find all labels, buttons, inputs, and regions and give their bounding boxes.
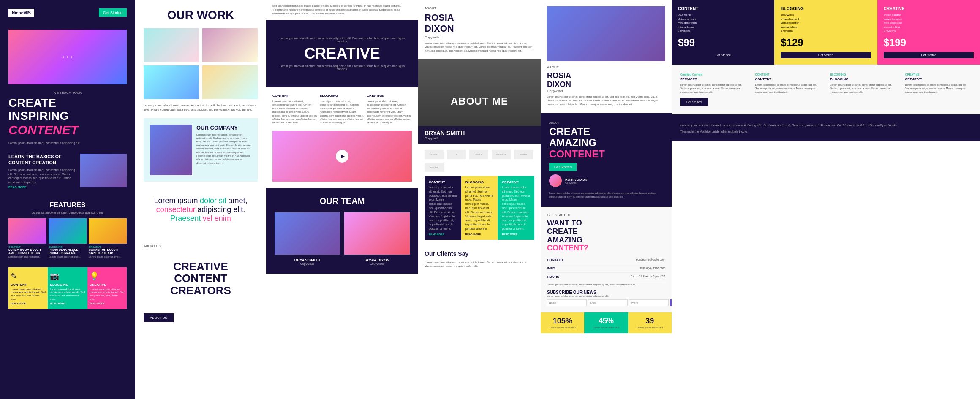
service-col-2: CONTENT CONTENT Lorem ipsum dolor sit am… — [755, 73, 822, 94]
band-creative-title: CREATIVE — [502, 180, 530, 184]
service-col-3: BLOGGING BLOGGING Lorem ipsum dolor sit … — [830, 73, 897, 94]
work-img-4 — [202, 65, 258, 99]
service-col-1: Creating Content SERVICES Lorem ipsum do… — [680, 73, 747, 94]
team-member-role-1: Copywriter — [275, 262, 340, 265]
contact-value: contactme@usite.com — [636, 258, 665, 262]
creative-hero: Lorem ipsum dolor sit amet, consectetur … — [266, 20, 418, 87]
clients-say-title: Our Clients Say — [425, 250, 534, 257]
team-grid: BRYAN SMITH Copywriter ROSIA DIXON Copyw… — [275, 212, 410, 265]
client-logo-5: cursive — [514, 150, 533, 159]
price-value-blogging: $129 — [781, 37, 871, 49]
lorem-highlight4: vel enim — [203, 214, 231, 223]
band-blogging-read-more[interactable]: READ MORE — [466, 233, 494, 236]
pricing-band-creative: CREATIVE Lorem ipsum dolor sit amet. Sed… — [498, 176, 534, 240]
subscribe-name-input[interactable] — [547, 299, 587, 306]
blogging-icon: 📷 — [50, 271, 85, 281]
cbc-content-desc: Lorem ipsum dolor sit amet, consectetur … — [272, 100, 318, 125]
pricing-band-content: CONTENT Lorem ipsum dolor sit amet. Sed … — [425, 176, 461, 240]
team-member-img-2 — [344, 212, 410, 255]
testimonial-quote: Lorem ipsum dolor sit amet, consectetur … — [680, 123, 972, 128]
price-card-content-title: CONTENT — [678, 6, 768, 11]
feature-col-1: CONTENT LOREM IPSUM DOLOR AMET CONSECTET… — [8, 246, 46, 259]
blogging-desc: Lorem ipsum dolor sit amet, consectetur … — [50, 288, 85, 301]
hero-get-started-button[interactable]: Get Started — [99, 8, 127, 17]
about-us-button[interactable]: ABOUT US — [144, 313, 174, 322]
our-work-panel: OUR WORK Lorem ipsum dolor sit amet, con… — [135, 0, 266, 399]
services-grid: Creating Content SERVICES Lorem ipsum do… — [680, 73, 972, 94]
our-work-title: OUR WORK — [144, 8, 258, 22]
hero-image: ✦ ✦ ✦ — [8, 30, 127, 84]
video-section — [266, 131, 418, 188]
price-card-creative-get-started[interactable]: Get Started — [884, 52, 974, 58]
lorem-highlight3: Praesent — [170, 214, 201, 223]
clients-say-section: Our Clients Say Lorem ipsum dolor sit am… — [418, 246, 541, 272]
team-member-2: ROSIA DIXON Copywriter — [344, 212, 410, 265]
hero-panel: NicheMIS Get Started ✦ ✦ ✦ WE TEACH YOUR… — [0, 0, 135, 399]
team-member-name-2: ROSIA DIXON — [344, 258, 410, 262]
price-card-creative: CREATIVE choice blogging Unique keyword … — [877, 0, 980, 65]
team-member-1: BRYAN SMITH Copywriter — [275, 212, 340, 265]
lorem-line3: adipiscing elit. — [197, 205, 245, 214]
cbc-blogging-desc: Lorem ipsum dolor sit amet, consectetur … — [320, 100, 365, 125]
price-card-blogging-get-started[interactable]: Get Started — [781, 52, 871, 58]
features-desc: Lorem ipsum dolor sit amet, consectetur … — [8, 211, 127, 214]
team-member-name-1: BRYAN SMITH — [275, 258, 340, 262]
page-container: NicheMIS Get Started ✦ ✦ ✦ WE TEACH YOUR… — [0, 0, 980, 399]
contact-label: CONTACT — [547, 258, 564, 262]
band-creative-read-more[interactable]: READ MORE — [502, 233, 530, 236]
lorem-big-section: Lorem ipsum dolor sit amet, consectetur … — [144, 188, 258, 231]
feature-title-1: LOREM IPSUM DOLOR AMET CONSECTETUR — [8, 248, 46, 255]
creative-label: CREATIVE — [90, 283, 125, 287]
client-logo-3: cursive — [469, 150, 488, 159]
stat-3: 39 Lorem ipsum dolor sit 4 — [628, 312, 672, 333]
price-card-content-get-started[interactable]: Get Started — [678, 52, 768, 58]
blogging-read-more[interactable]: READ MORE — [50, 302, 85, 305]
our-company-section: OUR COMPANY Lorem ipsum dolor sit amet, … — [144, 118, 258, 182]
services-get-started-link[interactable]: Get Started — [680, 98, 708, 106]
content-read-more[interactable]: READ MORE — [11, 302, 46, 305]
service-label-4: CREATIVE — [905, 73, 972, 76]
subscribe-email-input[interactable] — [588, 299, 628, 306]
price-value-content: $99 — [678, 37, 768, 49]
create-amazing-desc: Lorem ipsum dolor sit amet, consectetur … — [549, 191, 663, 198]
feature-title-3: CURABITUR DOLOR SAPIEN RUTRUM — [89, 248, 127, 255]
video-thumbnail[interactable] — [272, 131, 412, 182]
creative-content-title: CREATIVE CONTENT CREATORS — [144, 254, 258, 303]
testimonial-section: Lorem ipsum dolor sit amet, consectetur … — [672, 114, 980, 141]
feature-title-2: PROIN ULNA NEQUE RHONCUS MAGNA — [49, 248, 87, 255]
subscribe-desc: Lorem ipsum dolor sit amet, consectetur … — [547, 295, 665, 297]
cbc-section: CONTENT Lorem ipsum dolor sit amet, cons… — [266, 87, 418, 131]
creative-panel: Sed ullamcorper metus sed massa blandit … — [266, 0, 418, 399]
our-team-title: OUR TEAM — [275, 196, 410, 206]
pricing-panel: CONTENT 3000 words Unique keyword Meta d… — [672, 0, 980, 399]
content-label: CONTENT — [11, 283, 46, 287]
person-name: BRYAN SMITH — [425, 130, 534, 136]
client-logo-6: Mountain — [425, 163, 444, 172]
person-bottom-info: BRYAN SMITH Copywriter — [418, 126, 541, 144]
icons-section: ✎ CONTENT Lorem ipsum dolor sit amet, co… — [8, 267, 127, 309]
company-text: OUR COMPANY Lorem ipsum dolor sit amet, … — [196, 125, 251, 175]
rosia-about-label: ABOUT — [547, 65, 665, 69]
price-card-blogging: BLOGGING 5000 words Unique keyword Meta … — [774, 0, 877, 65]
rosia-role: Copywriter — [547, 89, 665, 93]
band-blogging-desc: Lorem ipsum dolor sit amet. Sed non port… — [466, 185, 494, 231]
company-title: OUR COMPANY — [196, 125, 251, 131]
subscribe-section: SUBSCRIBE OUR NEWS Lorem ipsum dolor sit… — [547, 290, 665, 306]
play-button[interactable] — [336, 150, 348, 163]
creative-read-more[interactable]: READ MORE — [90, 302, 125, 305]
feature-desc-3: Lorem ipsum dolor sit amet... — [89, 255, 127, 259]
create-amazing-get-started[interactable]: Get Started — [549, 163, 577, 171]
company-desc: Lorem ipsum dolor sit amet, consectetur … — [196, 133, 251, 165]
about-top: ABOUT ROSIA DIXON Copywriter Lorem ipsum… — [418, 0, 541, 59]
price-card-content-features: 3000 words Unique keyword Meta descripti… — [678, 13, 768, 33]
want-to-create-title: WANT TO CREATE AMAZING CONTENT? — [547, 219, 665, 252]
feature-col-3: CREATIVE CURABITUR DOLOR SAPIEN RUTRUM L… — [89, 246, 127, 259]
band-content-read-more[interactable]: READ MORE — [429, 233, 457, 236]
cbc-content: CONTENT Lorem ipsum dolor sit amet, cons… — [272, 94, 318, 125]
price-card-creative-features: choice blogging Unique keyword Meta desc… — [884, 13, 974, 33]
subscribe-phone-input[interactable] — [629, 299, 669, 306]
lorem-line1: Lorem ipsum — [154, 196, 198, 205]
person-mini-role: Copywriter — [565, 182, 588, 184]
client-logo-1: cursive — [425, 150, 444, 159]
creative-hero-title: CREATIVE — [304, 45, 380, 62]
